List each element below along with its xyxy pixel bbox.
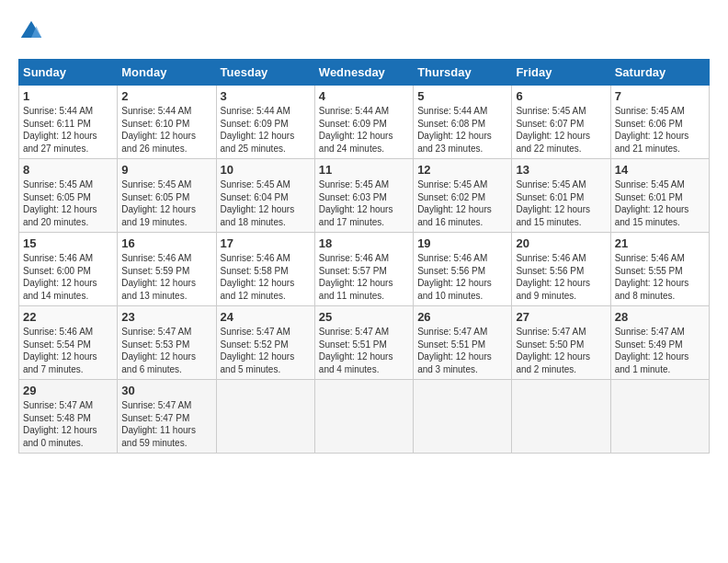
day-number: 30	[121, 384, 211, 397]
calendar-cell: 23Sunrise: 5:47 AMSunset: 5:53 PMDayligh…	[118, 306, 216, 380]
cell-details: Sunrise: 5:46 AMSunset: 5:59 PMDaylight:…	[121, 252, 211, 302]
calendar-cell: 8Sunrise: 5:45 AMSunset: 6:05 PMDaylight…	[19, 159, 118, 233]
day-header-monday: Monday	[118, 60, 216, 86]
calendar-cell: 11Sunrise: 5:45 AMSunset: 6:03 PMDayligh…	[314, 159, 413, 233]
calendar-cell: 3Sunrise: 5:44 AMSunset: 6:09 PMDaylight…	[216, 86, 314, 159]
cell-details: Sunrise: 5:45 AMSunset: 6:06 PMDaylight:…	[615, 105, 705, 155]
cell-details: Sunrise: 5:46 AMSunset: 5:56 PMDaylight:…	[417, 252, 507, 302]
cell-details: Sunrise: 5:46 AMSunset: 5:56 PMDaylight:…	[516, 252, 606, 302]
calendar-cell: 20Sunrise: 5:46 AMSunset: 5:56 PMDayligh…	[512, 233, 610, 306]
day-number: 14	[615, 163, 705, 177]
cell-details: Sunrise: 5:45 AMSunset: 6:05 PMDaylight:…	[121, 178, 211, 228]
day-number: 7	[615, 89, 705, 103]
cell-details: Sunrise: 5:46 AMSunset: 5:55 PMDaylight:…	[615, 252, 705, 302]
calendar-cell: 21Sunrise: 5:46 AMSunset: 5:55 PMDayligh…	[610, 233, 709, 306]
logo-icon	[18, 18, 44, 44]
calendar-cell: 13Sunrise: 5:45 AMSunset: 6:01 PMDayligh…	[512, 159, 610, 233]
calendar-cell: 27Sunrise: 5:47 AMSunset: 5:50 PMDayligh…	[512, 306, 610, 380]
day-header-wednesday: Wednesday	[314, 60, 413, 86]
calendar-cell: 22Sunrise: 5:46 AMSunset: 5:54 PMDayligh…	[19, 306, 118, 380]
calendar-cell: 10Sunrise: 5:45 AMSunset: 6:04 PMDayligh…	[216, 159, 314, 233]
day-number: 12	[417, 163, 507, 177]
calendar-cell: 14Sunrise: 5:45 AMSunset: 6:01 PMDayligh…	[610, 159, 709, 233]
calendar-cell: 2Sunrise: 5:44 AMSunset: 6:10 PMDaylight…	[118, 86, 216, 159]
calendar-cell: 6Sunrise: 5:45 AMSunset: 6:07 PMDaylight…	[512, 86, 610, 159]
cell-details: Sunrise: 5:44 AMSunset: 6:10 PMDaylight:…	[121, 105, 211, 155]
calendar-cell: 29Sunrise: 5:47 AMSunset: 5:48 PMDayligh…	[19, 380, 118, 454]
cell-details: Sunrise: 5:45 AMSunset: 6:02 PMDaylight:…	[417, 178, 507, 228]
day-number: 21	[615, 236, 705, 250]
calendar-cell	[414, 380, 512, 454]
cell-details: Sunrise: 5:44 AMSunset: 6:09 PMDaylight:…	[319, 105, 409, 155]
calendar-cell: 24Sunrise: 5:47 AMSunset: 5:52 PMDayligh…	[216, 306, 314, 380]
page-header	[18, 18, 710, 44]
cell-details: Sunrise: 5:46 AMSunset: 5:57 PMDaylight:…	[319, 252, 409, 302]
day-number: 26	[417, 310, 507, 324]
cell-details: Sunrise: 5:44 AMSunset: 6:09 PMDaylight:…	[221, 105, 311, 155]
day-number: 11	[319, 163, 409, 177]
cell-details: Sunrise: 5:45 AMSunset: 6:01 PMDaylight:…	[615, 178, 705, 228]
cell-details: Sunrise: 5:47 AMSunset: 5:51 PMDaylight:…	[417, 326, 507, 375]
day-number: 23	[121, 310, 211, 324]
days-header-row: SundayMondayTuesdayWednesdayThursdayFrid…	[19, 60, 710, 86]
day-number: 18	[319, 236, 409, 250]
calendar-cell	[610, 380, 709, 454]
week-row-3: 15Sunrise: 5:46 AMSunset: 6:00 PMDayligh…	[19, 233, 710, 306]
calendar-cell: 28Sunrise: 5:47 AMSunset: 5:49 PMDayligh…	[610, 306, 709, 380]
calendar-cell: 30Sunrise: 5:47 AMSunset: 5:47 PMDayligh…	[118, 380, 216, 454]
day-header-friday: Friday	[512, 60, 610, 86]
day-header-sunday: Sunday	[19, 60, 118, 86]
calendar-cell: 4Sunrise: 5:44 AMSunset: 6:09 PMDaylight…	[314, 86, 413, 159]
calendar-cell: 18Sunrise: 5:46 AMSunset: 5:57 PMDayligh…	[314, 233, 413, 306]
cell-details: Sunrise: 5:47 AMSunset: 5:52 PMDaylight:…	[221, 326, 311, 375]
week-row-5: 29Sunrise: 5:47 AMSunset: 5:48 PMDayligh…	[19, 380, 710, 454]
day-number: 15	[23, 236, 113, 250]
cell-details: Sunrise: 5:44 AMSunset: 6:11 PMDaylight:…	[23, 105, 113, 155]
calendar-cell: 16Sunrise: 5:46 AMSunset: 5:59 PMDayligh…	[118, 233, 216, 306]
calendar-cell: 19Sunrise: 5:46 AMSunset: 5:56 PMDayligh…	[414, 233, 512, 306]
day-number: 20	[516, 236, 606, 250]
day-header-tuesday: Tuesday	[216, 60, 314, 86]
day-number: 8	[23, 163, 113, 177]
day-number: 2	[121, 89, 211, 103]
calendar-cell	[216, 380, 314, 454]
day-number: 28	[615, 310, 705, 324]
calendar-cell	[512, 380, 610, 454]
cell-details: Sunrise: 5:45 AMSunset: 6:01 PMDaylight:…	[516, 178, 606, 228]
cell-details: Sunrise: 5:45 AMSunset: 6:03 PMDaylight:…	[319, 178, 409, 228]
calendar-cell: 12Sunrise: 5:45 AMSunset: 6:02 PMDayligh…	[414, 159, 512, 233]
day-number: 16	[121, 236, 211, 250]
day-number: 5	[417, 89, 507, 103]
day-number: 19	[417, 236, 507, 250]
calendar-cell: 17Sunrise: 5:46 AMSunset: 5:58 PMDayligh…	[216, 233, 314, 306]
logo	[18, 18, 48, 44]
day-number: 3	[221, 89, 311, 103]
cell-details: Sunrise: 5:47 AMSunset: 5:53 PMDaylight:…	[121, 326, 211, 375]
day-number: 9	[121, 163, 211, 177]
week-row-1: 1Sunrise: 5:44 AMSunset: 6:11 PMDaylight…	[19, 86, 710, 159]
calendar-cell: 9Sunrise: 5:45 AMSunset: 6:05 PMDaylight…	[118, 159, 216, 233]
day-number: 27	[516, 310, 606, 324]
day-number: 4	[319, 89, 409, 103]
cell-details: Sunrise: 5:45 AMSunset: 6:07 PMDaylight:…	[516, 105, 606, 155]
day-number: 6	[516, 89, 606, 103]
week-row-2: 8Sunrise: 5:45 AMSunset: 6:05 PMDaylight…	[19, 159, 710, 233]
cell-details: Sunrise: 5:47 AMSunset: 5:47 PMDaylight:…	[121, 399, 211, 449]
calendar-table: SundayMondayTuesdayWednesdayThursdayFrid…	[18, 59, 710, 454]
cell-details: Sunrise: 5:47 AMSunset: 5:50 PMDaylight:…	[516, 326, 606, 375]
day-number: 13	[516, 163, 606, 177]
cell-details: Sunrise: 5:45 AMSunset: 6:05 PMDaylight:…	[23, 178, 113, 228]
cell-details: Sunrise: 5:47 AMSunset: 5:49 PMDaylight:…	[615, 326, 705, 375]
day-number: 10	[221, 163, 311, 177]
day-number: 22	[23, 310, 113, 324]
cell-details: Sunrise: 5:45 AMSunset: 6:04 PMDaylight:…	[221, 178, 311, 228]
cell-details: Sunrise: 5:47 AMSunset: 5:51 PMDaylight:…	[319, 326, 409, 375]
cell-details: Sunrise: 5:47 AMSunset: 5:48 PMDaylight:…	[23, 399, 113, 449]
day-number: 29	[23, 384, 113, 397]
day-number: 25	[319, 310, 409, 324]
day-header-thursday: Thursday	[414, 60, 512, 86]
day-number: 17	[221, 236, 311, 250]
cell-details: Sunrise: 5:44 AMSunset: 6:08 PMDaylight:…	[417, 105, 507, 155]
calendar-cell	[314, 380, 413, 454]
calendar-cell: 15Sunrise: 5:46 AMSunset: 6:00 PMDayligh…	[19, 233, 118, 306]
